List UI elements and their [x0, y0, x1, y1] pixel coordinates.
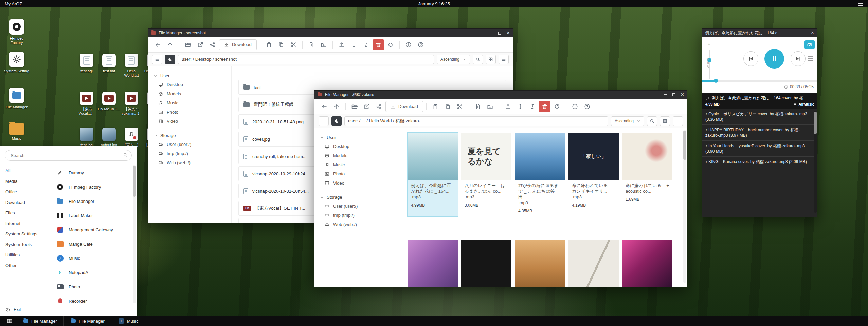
exit-button[interactable]: Exit: [0, 303, 137, 316]
app-launcher-icon[interactable]: [7, 319, 12, 324]
paste-button[interactable]: [430, 101, 441, 112]
open-in-new-button[interactable]: [361, 101, 373, 112]
share-button[interactable]: [373, 101, 385, 112]
list-view-button[interactable]: [499, 55, 509, 64]
playlist-item[interactable]: KING _ Kanaria cover. by 柘榴-zakuro-.mp3 …: [702, 157, 817, 167]
volume-slider[interactable]: + Volume: [706, 41, 716, 85]
open-button[interactable]: [349, 101, 360, 112]
share-button[interactable]: [207, 39, 218, 50]
category-download[interactable]: Download: [0, 197, 51, 208]
desktop-file-fly-me-to[interactable]: Fly Me To T...: [98, 92, 120, 111]
sidebar-item-tmp-drive[interactable]: tmp (tmp:/): [148, 149, 231, 158]
path-input[interactable]: [344, 116, 608, 126]
search-input[interactable]: [5, 150, 132, 161]
dark-mode-button[interactable]: [331, 116, 342, 126]
up-button[interactable]: [331, 101, 342, 112]
new-file-button[interactable]: [472, 101, 484, 112]
playlist-item[interactable]: Cynic _ ポリスピカデリー cover. by 柘榴-zakuro-.mp…: [702, 109, 817, 125]
open-button[interactable]: [182, 39, 194, 50]
sidebar-item-music[interactable]: Music: [148, 98, 231, 108]
sidebar-item-models[interactable]: Models: [148, 89, 231, 98]
sidebar-item-web-drive[interactable]: Web (web:/): [148, 158, 231, 167]
category-media[interactable]: Media: [0, 176, 51, 187]
seek-handle[interactable]: [714, 79, 718, 83]
category-files[interactable]: Files: [0, 208, 51, 218]
download-button[interactable]: Download: [385, 101, 423, 112]
app-item-manga-cafe[interactable]: Manga Cafe: [53, 237, 132, 251]
sidebar-item-models[interactable]: Models: [314, 151, 398, 160]
help-button[interactable]: [581, 101, 593, 112]
help-button[interactable]: [415, 39, 427, 50]
file-tile[interactable]: 命に嫌われている _ + acoustic co... 1.69MB: [622, 133, 672, 216]
titlebar[interactable]: File Manager - screenshot ×: [148, 29, 513, 37]
desktop-file-test-agi[interactable]: test.agi: [75, 54, 98, 73]
titlebar[interactable]: File Manager - 柘榴-zakuro- ×: [314, 91, 687, 99]
delete-button[interactable]: [539, 101, 550, 112]
desktop-file-output-jpg[interactable]: output.jpg: [98, 128, 120, 147]
maximize-button[interactable]: [498, 32, 501, 35]
titlebar[interactable]: 例えば、今此処に置かれた花に _ 164 c... ×: [702, 29, 817, 37]
category-system-settings[interactable]: System Settings: [0, 229, 51, 239]
minimize-button[interactable]: [802, 33, 806, 33]
search-button[interactable]: [647, 116, 657, 126]
category-utilities[interactable]: Utilities: [0, 250, 51, 260]
back-button[interactable]: [152, 39, 164, 50]
desktop-file-touhou-audio[interactable]: 【東方...】: [120, 128, 143, 147]
paste-button[interactable]: [263, 39, 275, 50]
desktop-file-test-bat[interactable]: test.bat: [98, 54, 120, 73]
app-item-label-maker[interactable]: Label Maker: [53, 208, 132, 223]
scrollbar-thumb[interactable]: [683, 131, 686, 160]
path-input[interactable]: [178, 55, 434, 64]
desktop-icon-music-folder[interactable]: Music: [2, 123, 31, 141]
new-file-button[interactable]: [306, 39, 317, 50]
maximize-button[interactable]: [672, 93, 675, 96]
open-in-new-button[interactable]: [195, 39, 206, 50]
delete-button[interactable]: [373, 39, 384, 50]
desktop-file-kagura[interactable]: 【神楽〜yukimin...】: [120, 92, 143, 116]
category-all[interactable]: All: [0, 166, 51, 176]
sidebar-section-user[interactable]: User: [314, 133, 398, 142]
sidebar-item-video[interactable]: Video: [314, 178, 398, 188]
sidebar-section-storage[interactable]: Storage: [314, 193, 398, 202]
copy-button[interactable]: [275, 39, 287, 50]
minimize-button[interactable]: [664, 94, 667, 95]
category-other[interactable]: Other: [0, 260, 51, 271]
cut-button[interactable]: [288, 39, 299, 50]
download-button[interactable]: Download: [219, 39, 257, 50]
sidebar-item-photo[interactable]: Photo: [314, 169, 398, 178]
scrollbar-thumb[interactable]: [133, 166, 136, 197]
close-button[interactable]: ×: [681, 92, 684, 97]
app-item-management-gateway[interactable]: Management Gateway: [53, 223, 132, 237]
sort-select[interactable]: Ascending: [611, 116, 644, 126]
sidebar-section-storage[interactable]: Storage: [148, 131, 231, 140]
app-item-notepada[interactable]: NotepadA: [53, 265, 132, 280]
desktop-file-test-jpg[interactable]: test.jpg: [75, 128, 98, 147]
scrollbar[interactable]: [814, 111, 817, 213]
volume-up-icon[interactable]: +: [706, 41, 712, 47]
back-button[interactable]: [319, 101, 330, 112]
category-office[interactable]: Office: [0, 187, 51, 197]
playlist-item[interactable]: HAPPY BIRTHDAY _ back number cover. by 柘…: [702, 125, 817, 141]
file-tile[interactable]: 君が夜の海に還るまで _ こんにちは谷田... .mp3 4.35MB: [515, 133, 565, 216]
sidebar-item-user-drive[interactable]: User (user:/): [314, 202, 398, 211]
sidebar-item-tmp-drive[interactable]: tmp (tmp:/): [314, 211, 398, 220]
sidebar-item-desktop[interactable]: Desktop: [148, 80, 231, 89]
app-item-recorder[interactable]: Recorder: [53, 294, 132, 303]
file-tile[interactable]: 夏を見て るかな 八月のレイニー _ はるまきごはん co... .mp3 3.…: [461, 133, 511, 216]
file-tile[interactable]: 四季折々に擬きて...: [408, 240, 458, 287]
list-view-button[interactable]: [673, 116, 683, 126]
upload-button[interactable]: [502, 101, 514, 112]
previous-track-button[interactable]: [743, 51, 758, 66]
search-button[interactable]: [473, 55, 483, 64]
taskbar-item-file-manager-2[interactable]: File Manager: [65, 316, 111, 326]
up-button[interactable]: [164, 39, 176, 50]
sidebar-item-web-drive[interactable]: Web (web:/): [314, 220, 398, 229]
scrollbar[interactable]: [683, 130, 686, 283]
sidebar-item-user-drive[interactable]: User (user:/): [148, 140, 231, 149]
taskbar-item-music[interactable]: Music: [112, 316, 145, 326]
sidebar-item-music[interactable]: Music: [314, 160, 398, 169]
category-system-tools[interactable]: System Tools: [0, 239, 51, 250]
toggle-list-button[interactable]: [319, 116, 329, 126]
upload-button[interactable]: [336, 39, 347, 50]
new-folder-button[interactable]: [484, 101, 496, 112]
